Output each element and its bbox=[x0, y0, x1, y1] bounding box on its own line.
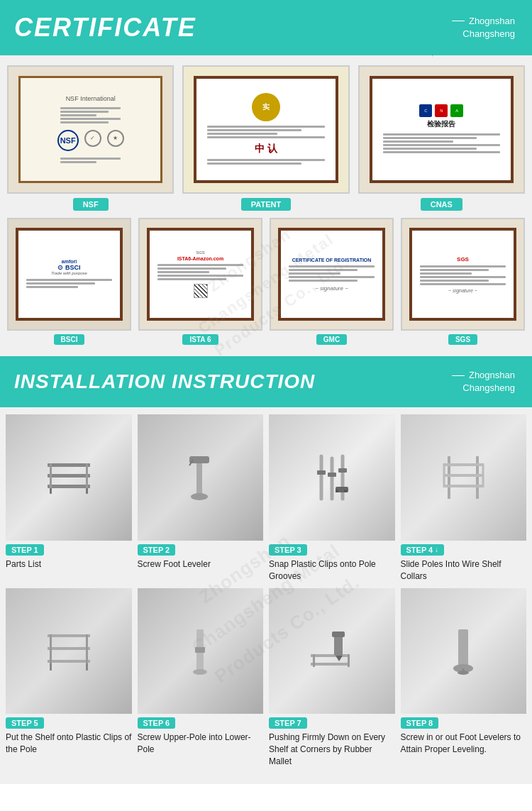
step-5-badge: STEP 5 bbox=[6, 717, 44, 729]
svg-rect-16 bbox=[338, 468, 347, 473]
svg-rect-32 bbox=[86, 663, 88, 671]
step-7-badge: STEP 7 bbox=[269, 717, 307, 729]
certificate-row2: amfori ⊙ BSCI Trade with purpose BSCI SG… bbox=[0, 211, 532, 356]
cert-cnas: C N A 检验报告 CNAS bbox=[358, 65, 525, 211]
certificate-title: CERTIFICATE bbox=[14, 13, 196, 43]
certificate-row1: NSF International NSF ✓ ★ bbox=[0, 55, 532, 211]
step-1-badge: STEP 1 bbox=[6, 544, 44, 556]
step-7: STEP 7 Pushing Firmly Down on Every Shel… bbox=[269, 588, 395, 768]
step-6-desc: Screw Upper-Pole into Lower-Pole bbox=[138, 732, 264, 756]
svg-rect-35 bbox=[86, 634, 88, 650]
step-4: STEP 4 ↓ Slide Poles Into Wire Shelf Col… bbox=[401, 414, 527, 582]
step-3-image bbox=[269, 414, 395, 541]
installation-header: INSTALLATION INSTRUCTION Zhognshan Chang… bbox=[0, 356, 532, 407]
svg-rect-40 bbox=[311, 663, 350, 666]
nsf-badge: NSF bbox=[73, 198, 109, 211]
svg-rect-2 bbox=[48, 485, 90, 488]
cert-nsf: NSF International NSF ✓ ★ bbox=[7, 65, 174, 211]
step-6-badge: STEP 6 bbox=[138, 717, 176, 729]
svg-rect-19 bbox=[344, 490, 347, 492]
step-4-desc: Slide Poles Into Wire Shelf Collars bbox=[401, 558, 527, 583]
bsci-badge: BSCI bbox=[54, 334, 85, 345]
step-2-badge: STEP 2 bbox=[138, 544, 176, 556]
step-2-desc: Screw Foot Leveler bbox=[138, 558, 211, 570]
svg-rect-41 bbox=[313, 654, 315, 667]
svg-rect-27 bbox=[48, 647, 90, 650]
cnas-badge: CNAS bbox=[421, 198, 462, 211]
certificate-header: CERTIFICATE Zhognshan Changsheng bbox=[0, 0, 532, 55]
svg-rect-3 bbox=[50, 463, 52, 490]
step-1-image bbox=[6, 414, 132, 541]
svg-rect-4 bbox=[86, 463, 88, 490]
installation-steps: STEP 1 Parts List bbox=[0, 407, 532, 784]
svg-rect-42 bbox=[348, 654, 350, 667]
svg-rect-46 bbox=[458, 629, 468, 668]
install-row-1: STEP 1 Parts List bbox=[6, 414, 526, 582]
cert-sgs: SGS ~ signature ~ SGS bbox=[401, 218, 525, 345]
step-8-badge: STEP 8 bbox=[401, 717, 439, 729]
installation-title: INSTALLATION INSTRUCTION bbox=[14, 370, 315, 393]
step-3-desc: Snap Plastic Clips onto Pole Grooves bbox=[269, 558, 395, 583]
svg-rect-1 bbox=[48, 474, 90, 478]
step-5-desc: Put the Shelf onto Plastic Clips of the … bbox=[6, 732, 132, 756]
svg-rect-15 bbox=[328, 473, 336, 477]
step-5-image bbox=[6, 588, 132, 715]
step-4-image bbox=[401, 414, 527, 541]
step-6: STEP 6 Screw Upper-Pole into Lower-Pole bbox=[138, 588, 264, 768]
step-8: STEP 8 Screw in or out Foot Levelers to … bbox=[401, 588, 527, 768]
patent-badge: PATENT bbox=[241, 198, 291, 211]
svg-rect-14 bbox=[317, 470, 326, 475]
svg-rect-7 bbox=[196, 458, 202, 497]
svg-rect-0 bbox=[48, 463, 90, 467]
step-1-desc: Parts List bbox=[6, 558, 41, 570]
step-3-badge: STEP 3 bbox=[269, 544, 307, 556]
installation-brand: Zhognshan Changsheng bbox=[445, 369, 515, 395]
ista6-badge: ISTA 6 bbox=[182, 334, 218, 345]
step-3: STEP 3 Snap Plastic Clips onto Pole Groo… bbox=[269, 414, 395, 582]
svg-rect-23 bbox=[444, 474, 483, 477]
svg-marker-45 bbox=[336, 656, 343, 661]
step-7-image bbox=[269, 588, 395, 715]
gmc-badge: GMC bbox=[316, 334, 347, 345]
svg-rect-34 bbox=[50, 634, 52, 650]
svg-rect-28 bbox=[48, 660, 90, 663]
step-1: STEP 1 Parts List bbox=[6, 414, 132, 582]
svg-rect-39 bbox=[311, 654, 350, 657]
step-8-desc: Screw in or out Foot Levelers to Attain … bbox=[401, 732, 527, 756]
step-4-badge: STEP 4 ↓ bbox=[401, 544, 445, 556]
cert-gmc: CERTIFICATE OF REGISTRATION ~ signature … bbox=[270, 218, 394, 345]
svg-rect-37 bbox=[195, 647, 205, 653]
step-2-image bbox=[138, 414, 264, 541]
certificate-brand: Zhognshan Changsheng bbox=[445, 15, 515, 40]
step-5: STEP 5 Put the Shelf onto Plastic Clips … bbox=[6, 588, 132, 768]
cert-ista6: SGS ISTA6-Amazon.com ISTA 6 bbox=[138, 218, 262, 345]
svg-rect-31 bbox=[50, 663, 52, 671]
step-2: STEP 2 Screw Foot Leveler bbox=[138, 414, 264, 582]
sgs-badge: SGS bbox=[448, 334, 477, 345]
svg-point-8 bbox=[191, 493, 208, 500]
svg-point-38 bbox=[193, 669, 207, 675]
svg-point-49 bbox=[458, 671, 469, 675]
step-7-desc: Pushing Firmly Down on Every Shelf at Co… bbox=[269, 732, 395, 767]
svg-rect-6 bbox=[86, 488, 88, 494]
svg-rect-5 bbox=[50, 488, 52, 494]
install-row-2: STEP 5 Put the Shelf onto Plastic Clips … bbox=[6, 588, 526, 768]
svg-rect-44 bbox=[332, 631, 345, 637]
cert-patent: 实 中 认 PATENT bbox=[182, 65, 349, 211]
step-8-image bbox=[401, 588, 527, 715]
svg-rect-24 bbox=[444, 485, 483, 487]
step-6-image bbox=[138, 588, 264, 715]
svg-rect-22 bbox=[444, 463, 483, 466]
svg-rect-33 bbox=[48, 634, 90, 637]
svg-rect-18 bbox=[336, 490, 338, 492]
cert-bsci: amfori ⊙ BSCI Trade with purpose BSCI bbox=[7, 218, 131, 345]
